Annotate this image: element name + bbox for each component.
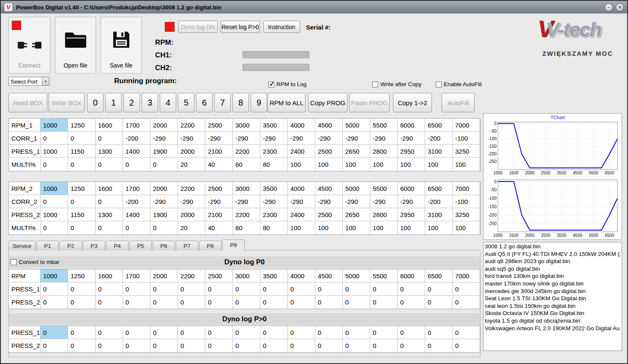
grid-cell[interactable]: 0 [233,283,260,296]
grid-cell[interactable]: 0 [370,296,398,309]
file-list-item[interactable]: toyota 1.5 go digital od obciążenia.bin [485,317,620,325]
grid-cell[interactable]: -290 [178,195,205,208]
grid-cell[interactable]: 2200 [233,208,260,221]
grid-cell[interactable]: 2500 [205,119,233,132]
grid-cell[interactable]: 0 [398,326,425,339]
grid-cell[interactable]: 100 [370,158,398,171]
grid-cell[interactable]: -100 [453,132,480,145]
save-file-button[interactable]: Save file [101,17,142,73]
grid-cell[interactable]: 0 [398,283,425,296]
grid-cell[interactable]: 0 [260,296,288,309]
tab-p1[interactable]: P1 [36,241,59,250]
grid-cell[interactable]: 2500 [315,145,343,158]
grid-cell[interactable]: 2800 [370,145,398,158]
grid-cell[interactable]: -290 [398,132,425,145]
grid-cell[interactable]: -290 [288,132,315,145]
grid-cell[interactable]: 1900 [150,208,178,221]
grid-cell[interactable]: 0 [425,296,453,309]
grid-cell[interactable]: 0 [68,195,96,208]
grid-cell[interactable]: 100 [288,158,315,171]
file-list-item[interactable]: Audi Q5 II (FY FL) 40 TDI MHEV 2.0 150kW… [485,250,620,258]
grid-cell[interactable]: 1600 [96,119,123,132]
grid-cell[interactable]: -290 [288,195,315,208]
dropdown-arrow-icon[interactable]: ▼ [42,77,49,85]
grid-cell[interactable]: 100 [315,158,343,171]
grid-cell[interactable]: 6500 [425,182,453,195]
grid-cell[interactable]: 2000 [150,269,178,283]
grid-cell[interactable]: -290 [370,132,398,145]
grid-cell[interactable]: 0 [288,326,315,339]
grid-cell[interactable]: -290 [233,195,260,208]
grid-cell[interactable]: 0 [205,339,233,352]
grid-cell[interactable]: 1000 [41,208,68,221]
grid-cell[interactable]: 2000 [178,145,205,158]
grid-cell[interactable]: 0 [260,339,288,352]
grid-cell[interactable]: 100 [453,221,480,234]
digit-button-2[interactable]: 2 [123,93,140,112]
grid-cell[interactable]: 1600 [96,269,123,283]
grid-cell[interactable]: 2100 [205,145,233,158]
minimize-button[interactable]: − [605,3,613,11]
file-list-item[interactable]: audi sq5 go digital.bin [485,265,620,273]
grid-cell[interactable]: 4000 [288,182,315,195]
grid-cell[interactable]: 0 [205,283,233,296]
file-list-item[interactable]: 3008 1.2 go digital.bin [485,243,620,250]
grid-cell[interactable]: 0 [123,296,150,309]
grid-cell[interactable]: 0 [178,296,205,309]
grid-cell[interactable]: -290 [343,195,370,208]
grid-cell[interactable]: -290 [150,195,178,208]
grid-cell[interactable]: 0 [123,283,150,296]
grid-cell[interactable]: 1000 [41,269,68,283]
grid-cell[interactable]: -200 [425,195,453,208]
grid-cell[interactable]: 20 [178,158,205,171]
write-after-copy-checkbox[interactable]: Write after Copy [372,81,421,87]
grid-cell[interactable]: 2300 [260,208,288,221]
grid-cell[interactable]: 0 [68,221,96,234]
grid-cell[interactable]: 2300 [260,145,288,158]
close-button[interactable]: ✕ [616,3,624,11]
convert-to-mbar-checkbox[interactable]: Convert to mbar [11,259,60,265]
grid-cell[interactable]: -290 [315,195,343,208]
grid-cell[interactable]: 0 [398,296,425,309]
file-list-item[interactable]: seat leon 1.5tsi 150km go digital.bin [485,302,620,310]
grid-cell[interactable]: 0 [425,283,453,296]
grid-cell[interactable]: 60 [233,158,260,171]
grid-cell[interactable]: 100 [288,221,315,234]
grid-cell[interactable]: 0 [178,339,205,352]
grid-cell[interactable]: 100 [370,221,398,234]
grid-cell[interactable]: 100 [315,221,343,234]
grid-cell[interactable]: 1000 [41,119,68,132]
grid-cell[interactable]: -290 [205,132,233,145]
grid-cell[interactable]: 4500 [315,182,343,195]
grid-cell[interactable]: 2000 [150,182,178,195]
tab-p2[interactable]: P2 [60,241,82,250]
grid-cell[interactable]: 20 [178,221,205,234]
grid-cell[interactable]: 6000 [398,119,425,132]
grid-cell[interactable]: 2950 [398,145,425,158]
grid-cell[interactable]: -290 [370,195,398,208]
grid-cell[interactable]: 100 [398,221,425,234]
grid-cell[interactable]: 0 [41,221,68,234]
grid-cell[interactable]: 0 [315,339,343,352]
grid-cell[interactable]: 3100 [425,145,453,158]
tab-service[interactable]: Service [8,241,35,250]
file-list-item[interactable]: master 170km nowy silnik go digital.bin [485,280,620,288]
grid-cell[interactable]: 5500 [370,119,398,132]
grid-cell[interactable]: 80 [260,158,288,171]
grid-cell[interactable]: 3000 [233,269,260,283]
file-list-item[interactable]: Skoda Octavia IV 150KM Go Digital.bin [485,310,620,317]
grid-cell[interactable]: 0 [205,326,233,339]
grid-cell[interactable]: 1150 [68,208,96,221]
grid-cell[interactable]: 2200 [233,145,260,158]
grid-cell[interactable]: 0 [150,339,178,352]
grid-cell[interactable]: 0 [41,195,68,208]
grid-cell[interactable]: 0 [233,339,260,352]
copy-1-to-2-button[interactable]: Copy 1->2 [393,93,432,112]
grid-cell[interactable]: 0 [453,296,480,309]
grid-cell[interactable]: -290 [260,195,288,208]
grid-cell[interactable]: 1250 [68,269,96,283]
grid-cell[interactable]: 0 [233,296,260,309]
grid-cell[interactable]: 0 [370,326,398,339]
grid-cell[interactable]: 5500 [370,182,398,195]
grid-cell[interactable]: 0 [343,339,370,352]
